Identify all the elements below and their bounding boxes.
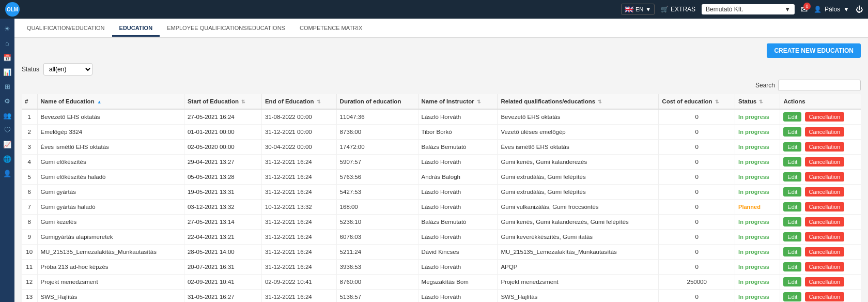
table-row: 3 Éves ismétlő EHS oktatás 02-05-2020 00…	[22, 140, 861, 155]
sidebar-item-chart[interactable]: 📊	[2, 66, 13, 78]
cell-actions: Edit Cancellation	[780, 109, 861, 125]
cell-related: Bevezető EHS oktatás	[498, 109, 659, 125]
sidebar-item-bar-chart[interactable]: 📈	[2, 139, 13, 150]
cancellation-button[interactable]: Cancellation	[805, 142, 845, 152]
cell-start: 28-05-2021 14:00	[184, 245, 261, 260]
cancellation-button[interactable]: Cancellation	[805, 247, 845, 256]
main-content: QUALIFICATION/EDUCATION EDUCATION EMPLOY…	[14, 19, 868, 302]
edit-button[interactable]: Edit	[783, 127, 801, 137]
edit-button[interactable]: Edit	[783, 277, 801, 286]
cancellation-button[interactable]: Cancellation	[805, 157, 845, 167]
cell-num: 1	[22, 109, 37, 125]
edit-button[interactable]: Edit	[783, 172, 801, 182]
sidebar-item-home[interactable]: ⌂	[2, 37, 13, 49]
col-status[interactable]: Status ⇅	[735, 94, 780, 109]
cell-num: 11	[22, 260, 37, 275]
mail-badge: 0	[803, 3, 811, 10]
sidebar-item-sun[interactable]: ☀	[2, 23, 13, 34]
edit-button[interactable]: Edit	[783, 262, 801, 271]
cell-cost: 0	[659, 170, 735, 185]
language-selector[interactable]: 🇬🇧 EN ▼	[621, 4, 655, 15]
edit-button[interactable]: Edit	[783, 142, 801, 152]
col-start[interactable]: Start of Education ⇅	[184, 94, 261, 109]
cell-status: Planned	[735, 200, 780, 215]
cell-status: In progress	[735, 275, 780, 290]
cancellation-button[interactable]: Cancellation	[805, 172, 845, 182]
cancellation-button[interactable]: Cancellation	[805, 127, 845, 137]
cell-start: 02-09-2021 10:41	[184, 275, 261, 290]
sort-end-icon: ⇅	[317, 99, 321, 104]
cell-name: Gumigyártás alapismeretek	[37, 230, 184, 245]
user-menu[interactable]: 👤 Pálos ▼	[814, 6, 849, 13]
power-button[interactable]: ⏻	[856, 5, 863, 13]
filter-row: Status all(en) In progress Planned Compl…	[22, 63, 861, 76]
cancellation-button[interactable]: Cancellation	[805, 217, 845, 226]
tab-education[interactable]: EDUCATION	[112, 21, 160, 37]
cell-start: 22-04-2021 13:21	[184, 230, 261, 245]
edit-button[interactable]: Edit	[783, 247, 801, 256]
cell-cost: 0	[659, 290, 735, 303]
table-row: 5 Gumi előkészítés haladó 05-05-2021 13:…	[22, 170, 861, 185]
cancellation-button[interactable]: Cancellation	[805, 292, 845, 301]
cell-start: 27-05-2021 13:14	[184, 215, 261, 230]
col-actions: Actions	[780, 94, 861, 109]
edit-button[interactable]: Edit	[783, 292, 801, 301]
edit-button[interactable]: Edit	[783, 217, 801, 226]
cell-num: 10	[22, 245, 37, 260]
flag-icon: 🇬🇧	[625, 5, 633, 13]
col-name[interactable]: Name of Education ▲	[37, 94, 184, 109]
extras-button[interactable]: 🛒 EXTRAS	[661, 6, 695, 13]
sidebar-item-user[interactable]: 👤	[2, 168, 13, 179]
cancellation-button[interactable]: Cancellation	[805, 202, 845, 212]
cell-related: Gumi extrudálás, Gumi felépítés	[498, 185, 659, 200]
sidebar-item-shield[interactable]: 🛡	[2, 124, 13, 135]
cell-status: In progress	[735, 155, 780, 170]
col-duration: Duration of education	[336, 94, 418, 109]
sidebar-item-layers[interactable]: ⊞	[2, 81, 13, 92]
cell-status: In progress	[735, 215, 780, 230]
col-instructor[interactable]: Name of Instructor ⇅	[418, 94, 498, 109]
cancellation-button[interactable]: Cancellation	[805, 187, 845, 197]
sidebar-item-globe[interactable]: 🌐	[2, 153, 13, 164]
col-related[interactable]: Related qualifications/educations ⇅	[498, 94, 659, 109]
cell-name: MU_215135_Lemezalakítás_Munkautasítás	[37, 245, 184, 260]
cell-duration: 5136:57	[336, 290, 418, 303]
cell-start: 27-05-2021 16:24	[184, 109, 261, 125]
edit-button[interactable]: Edit	[783, 202, 801, 212]
create-new-education-button[interactable]: CREATE NEW EDUCATION	[767, 43, 861, 58]
col-num[interactable]: #	[22, 94, 37, 109]
cancellation-button[interactable]: Cancellation	[805, 232, 845, 241]
cell-actions: Edit Cancellation	[780, 260, 861, 275]
cell-start: 01-01-2021 00:00	[184, 125, 261, 140]
edit-button[interactable]: Edit	[783, 232, 801, 241]
sidebar-item-calendar[interactable]: 📅	[2, 52, 13, 63]
cell-related: Gumi extrudálás, Gumi felépítés	[498, 170, 659, 185]
search-input[interactable]	[778, 80, 861, 91]
cell-related: Projekt menedzsment	[498, 275, 659, 290]
cancellation-button[interactable]: Cancellation	[805, 262, 845, 271]
tab-employee[interactable]: EMPLOYEE QUALIFICATIONS/EDUCATIONS	[160, 21, 292, 37]
cancellation-button[interactable]: Cancellation	[805, 112, 845, 122]
edit-button[interactable]: Edit	[783, 112, 801, 122]
mail-button[interactable]: ✉ 0	[801, 5, 808, 14]
tab-competence[interactable]: COMPETENCE MATRIX	[292, 21, 369, 37]
cell-cost: 0	[659, 140, 735, 155]
sidebar-item-people[interactable]: 👥	[2, 110, 13, 121]
app-layout: ☀ ⌂ 📅 📊 ⊞ ⚙ 👥 🛡 📈 🌐 👤 QUALIFICATION/EDUC…	[0, 19, 868, 302]
tab-qualification[interactable]: QUALIFICATION/EDUCATION	[20, 21, 112, 37]
company-selector[interactable]: Bemutató Kft. ▼	[702, 4, 795, 14]
edit-button[interactable]: Edit	[783, 187, 801, 197]
cancellation-button[interactable]: Cancellation	[805, 277, 845, 286]
cell-num: 5	[22, 170, 37, 185]
cell-name: Próba 213 ad-hoc képzés	[37, 260, 184, 275]
cell-actions: Edit Cancellation	[780, 290, 861, 303]
col-end[interactable]: End of Education ⇅	[261, 94, 336, 109]
cell-cost: 0	[659, 245, 735, 260]
edit-button[interactable]: Edit	[783, 157, 801, 167]
cell-cost: 0	[659, 200, 735, 215]
status-filter-select[interactable]: all(en) In progress Planned Completed Ca…	[43, 63, 92, 76]
col-cost[interactable]: Cost of education ⇅	[659, 94, 735, 109]
sidebar-item-settings[interactable]: ⚙	[2, 95, 13, 107]
cell-instructor: László Horváth	[418, 200, 498, 215]
table-row: 8 Gumi kezelés 27-05-2021 13:14 31-12-20…	[22, 215, 861, 230]
